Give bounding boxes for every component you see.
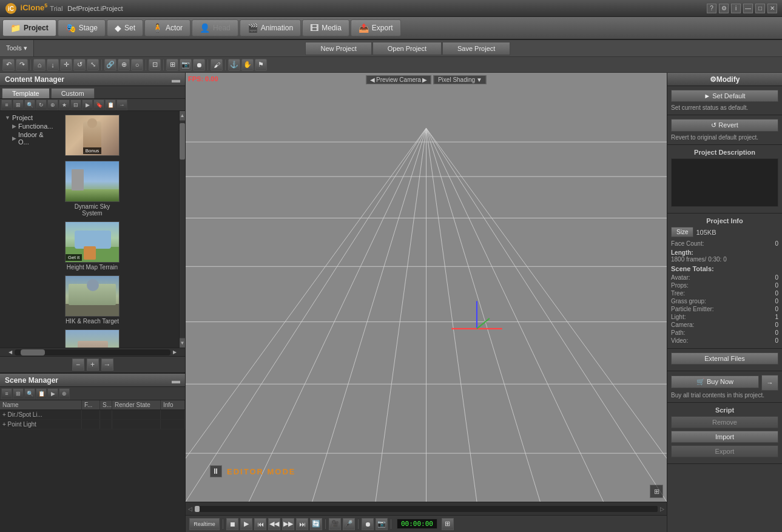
settings-btn[interactable]: ⚙ — [719, 4, 729, 13]
cbt-arrow[interactable]: → — [101, 359, 113, 371]
next-frame-btn[interactable]: ⏭ — [296, 518, 308, 530]
content-vscrollbar[interactable]: ▲ ▼ — [179, 111, 185, 348]
cm-icon-10[interactable]: 📋 — [105, 99, 116, 110]
content-item-2[interactable]: Get it Height Map Terrain — [62, 219, 123, 273]
tree-item-functional[interactable]: ▶ Functiona... — [2, 122, 58, 130]
record-btn[interactable]: ⏺ — [362, 518, 374, 530]
sm-icon-3[interactable]: 🔍 — [24, 388, 35, 399]
tab-project[interactable]: 📁 Project — [2, 19, 56, 36]
tree-item-indoor[interactable]: ▶ Indoor & O... — [2, 130, 58, 146]
info-btn[interactable]: i — [731, 4, 741, 13]
cm-icon-export[interactable]: → — [116, 99, 127, 110]
next-key-btn[interactable]: ▶▶ — [282, 518, 294, 530]
camera2-icon[interactable]: 📷 — [180, 59, 192, 71]
timeline-track[interactable] — [195, 506, 658, 512]
minimize-btn[interactable]: — — [743, 4, 753, 13]
play-btn[interactable]: ▶ — [240, 518, 252, 530]
scale-icon[interactable]: ⤡ — [87, 59, 99, 71]
viewport[interactable]: FPS: 0.00 ◀ Preview Camera ▶ Pixel Shadi… — [186, 73, 667, 502]
record-motion-btn[interactable]: 🎥 — [329, 518, 341, 530]
scene-row-0[interactable]: + Dir./Spot Li... — [0, 410, 185, 420]
sm-icon-1[interactable]: ≡ — [1, 388, 12, 399]
content-item-3[interactable]: HIK & Reach Target — [62, 273, 123, 327]
maximize-btn[interactable]: □ — [755, 4, 765, 13]
cm-icon-8[interactable]: ▶ — [82, 99, 93, 110]
h-scrollbar[interactable]: ◀ ▶ — [0, 348, 185, 356]
cm-icon-2[interactable]: ⊞ — [13, 99, 24, 110]
end-frame-btn[interactable]: ⊞ — [442, 518, 454, 530]
content-item-1[interactable]: Dynamic Sky System — [62, 158, 123, 219]
cm-icon-6[interactable]: ★ — [59, 99, 70, 110]
redo-icon[interactable]: ↷ — [16, 59, 28, 71]
save-project-button[interactable]: Save Project — [442, 42, 510, 55]
open-project-button[interactable]: Open Project — [372, 42, 442, 55]
external-files-button[interactable]: External Files — [671, 352, 778, 365]
new-project-button[interactable]: New Project — [305, 42, 371, 55]
move-down-icon[interactable]: ↓ — [47, 59, 59, 71]
cm-icon-9[interactable]: 🔖 — [93, 99, 104, 110]
home-icon[interactable]: ⌂ — [33, 59, 46, 71]
buy-now-button[interactable]: 🛒 Buy Now — [671, 375, 759, 388]
sm-icon-6[interactable]: ⊕ — [59, 388, 70, 399]
cm-icon-1[interactable]: ≡ — [1, 99, 12, 110]
play-stop-btn[interactable]: ⏹ — [226, 518, 238, 530]
tab-animation[interactable]: 🎬 Animation — [240, 19, 301, 36]
scroll-left-icon[interactable]: ◀ — [8, 349, 12, 355]
prev-frame-btn[interactable]: ⏮ — [254, 518, 266, 530]
pause-icon[interactable]: ⏸ — [210, 465, 222, 477]
content-item-4[interactable]: Interactive Shooter — [62, 327, 123, 348]
scene-manager-close[interactable]: ▬ — [172, 375, 180, 385]
cbt-plus[interactable]: + — [87, 359, 99, 371]
paint-icon[interactable]: 🖌 — [211, 59, 223, 71]
project-description-box[interactable] — [671, 158, 778, 207]
move-icon[interactable]: ✛ — [60, 59, 72, 71]
export-script-button[interactable]: Export — [671, 445, 778, 457]
cm-icon-3[interactable]: 🔍 — [24, 99, 35, 110]
camera-record-btn[interactable]: 📷 — [376, 518, 388, 530]
rec-icon[interactable]: ⏺ — [193, 59, 205, 71]
timeline-thumb[interactable] — [195, 506, 200, 512]
shading-btn[interactable]: Pixel Shading ▼ — [434, 75, 487, 84]
content-item-0[interactable]: Bonus — [62, 112, 123, 158]
remove-button[interactable]: Remove — [671, 416, 778, 428]
tab-set[interactable]: ◆ Set — [107, 19, 143, 36]
grid-icon[interactable]: ⊞ — [166, 59, 178, 71]
tab-stage[interactable]: 🎭 Stage — [58, 19, 106, 36]
buy-now-cart-btn[interactable]: → — [761, 375, 778, 391]
loop-btn[interactable]: 🔄 — [310, 518, 322, 530]
flag-icon[interactable]: ⚑ — [255, 59, 267, 71]
tab-export[interactable]: 📤 Export — [351, 19, 401, 36]
help-btn[interactable]: ? — [707, 4, 716, 13]
custom-tab[interactable]: Custom — [51, 88, 95, 98]
close-btn[interactable]: ✕ — [767, 4, 777, 13]
template-tab[interactable]: Template — [2, 88, 50, 98]
orbit-icon[interactable]: ○ — [131, 59, 143, 71]
sm-icon-2[interactable]: ⊞ — [13, 388, 24, 399]
center-icon[interactable]: ⊕ — [118, 59, 130, 71]
rotate-icon[interactable]: ↺ — [73, 59, 86, 71]
size-button[interactable]: Size — [671, 227, 693, 237]
record-voice-btn[interactable]: 🎤 — [343, 518, 355, 530]
prev-key-btn[interactable]: ◀◀ — [268, 518, 280, 530]
anchor-icon[interactable]: ⚓ — [228, 59, 240, 71]
sm-icon-5[interactable]: ▶ — [47, 388, 58, 399]
set-default-button[interactable]: ► Set Default — [671, 90, 778, 102]
timeline[interactable]: ◁ ▷ — [186, 502, 667, 515]
window-controls[interactable]: ? ⚙ i — □ ✕ — [707, 4, 777, 13]
screen-icon[interactable]: ⊡ — [149, 59, 161, 71]
tab-actor[interactable]: 🧍 Actor — [144, 19, 190, 36]
tree-item-project[interactable]: ▼ Project — [2, 113, 58, 122]
camera-btn[interactable]: ◀ Preview Camera ▶ — [366, 75, 431, 84]
scroll-right-icon[interactable]: ▶ — [173, 349, 177, 355]
sm-icon-4[interactable]: 📋 — [36, 388, 47, 399]
import-button[interactable]: Import — [671, 431, 778, 443]
cm-icon-4[interactable]: ↻ — [36, 99, 47, 110]
expand-viewport-btn[interactable]: ⊞ — [650, 485, 663, 498]
tab-media[interactable]: 🎞 Media — [302, 19, 349, 36]
scene-row-1[interactable]: + Point Light — [0, 420, 185, 429]
cbt-minus[interactable]: − — [72, 359, 84, 371]
tools-menu[interactable]: Tools ▾ — [0, 40, 34, 56]
content-manager-close[interactable]: ▬ — [172, 75, 180, 84]
realtime-btn[interactable]: Realtime — [189, 518, 220, 530]
link-icon[interactable]: 🔗 — [104, 59, 116, 71]
